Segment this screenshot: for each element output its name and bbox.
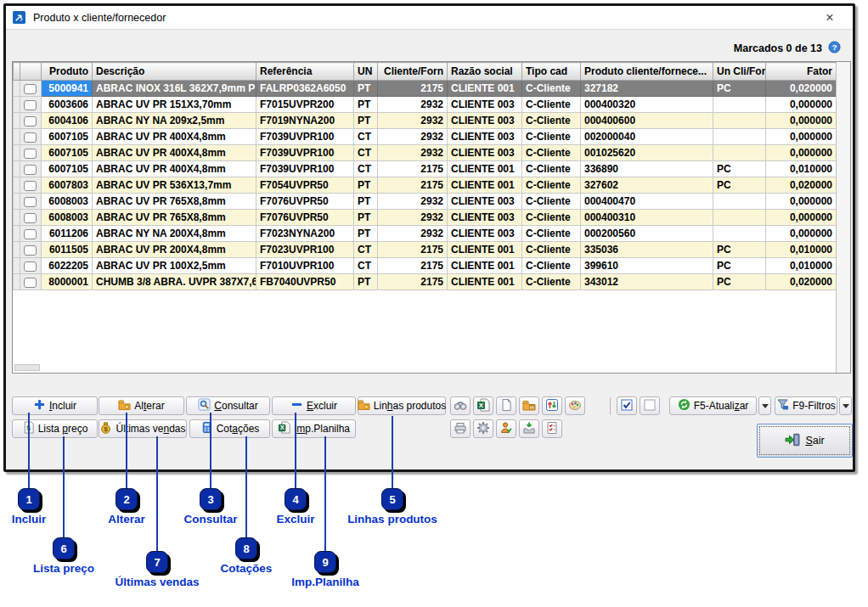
row-checkbox[interactable] <box>24 165 37 175</box>
excel-export-button[interactable]: X <box>473 396 493 415</box>
palette-button[interactable] <box>565 396 585 415</box>
column-header-produto-cliente-fornece-[interactable]: Produto cliente/fornece... <box>581 63 713 81</box>
checkbox-unchecked-icon <box>643 398 657 414</box>
row-checkbox[interactable] <box>24 213 37 223</box>
cell-tipo_cad: C-Cliente <box>522 258 581 274</box>
cell-referencia: F7019NYNA200 <box>256 113 354 129</box>
table-row[interactable]: 6007105ABRAC UV PR 400X4,8mmF7039UVPR100… <box>14 161 837 177</box>
cell-tipo_cad: C-Cliente <box>522 97 581 113</box>
cell-un: PT <box>354 177 378 194</box>
gear-button[interactable] <box>473 419 493 438</box>
callout-label-excluir: Excluir <box>276 513 314 526</box>
row-checkbox[interactable] <box>24 132 37 143</box>
incluir-button[interactable]: Incluir <box>12 396 98 415</box>
sort-updown-button[interactable] <box>542 396 562 415</box>
cell-razao_social: CLIENTE 001 <box>448 274 522 290</box>
callout-label-consultar: Consultar <box>183 513 237 526</box>
linhas-produtos-button[interactable]: Linhas produtos <box>358 396 446 415</box>
consultar-button[interactable]: Consultar <box>186 396 270 415</box>
callout-line <box>210 413 211 488</box>
column-header-blank-1[interactable] <box>20 63 42 81</box>
cell-produto_cf: 000400320 <box>581 97 713 113</box>
column-header-produto[interactable]: Produto <box>42 63 93 81</box>
vertical-scrollbar[interactable] <box>836 62 850 373</box>
cotacoes-button[interactable]: Cotações <box>189 419 270 438</box>
cell-cliente_forn: 2175 <box>378 177 448 194</box>
imp-planilha-button[interactable]: XImp.Planilha <box>272 419 356 438</box>
column-header-fator[interactable]: Fator <box>766 63 837 81</box>
table-row[interactable]: 6007803ABRAC UV PR 536X13,7mmF7054UVPR50… <box>14 177 837 194</box>
callout-badge-1: 1 <box>18 488 40 510</box>
import-icon <box>522 421 536 437</box>
cell-descricao: ABRAC UV PR 400X4,8mm <box>93 129 256 145</box>
gear-icon <box>476 421 490 437</box>
row-checkbox[interactable] <box>24 261 37 272</box>
callout-badge-4: 4 <box>285 488 307 510</box>
alterar-button[interactable]: Alterar <box>99 396 184 415</box>
cell-referencia: FALRP0362A6050 <box>256 81 354 97</box>
consultar-label: Consultar <box>214 400 257 412</box>
row-checkbox[interactable] <box>24 229 37 239</box>
exit-icon <box>785 432 800 450</box>
column-header-tipo-cad[interactable]: Tipo cad <box>522 63 581 81</box>
f9-filtros-button[interactable]: F9-Filtros <box>775 396 837 415</box>
table-row[interactable]: 8000001CHUMB 3/8 ABRA. UVPR 387X7,6FB704… <box>14 274 837 290</box>
cell-produto: 6004106 <box>42 113 93 129</box>
callout-label-imp-planilha: Imp.Planilha <box>291 576 359 588</box>
ultimas-vendas-button[interactable]: $Últimas vendas <box>99 419 187 438</box>
table-row[interactable]: 6007105ABRAC UV PR 400X4,8mmF7039UVPR100… <box>14 145 837 161</box>
excluir-button[interactable]: Excluir <box>272 396 356 415</box>
row-checkbox[interactable] <box>24 197 37 207</box>
cell-descricao: ABRAC NY NA 209x2,5mm <box>93 113 256 129</box>
cell-referencia: F7023NYNA200 <box>256 226 354 242</box>
row-checkbox[interactable] <box>24 181 37 191</box>
lista-preco-button[interactable]: $Lista preço <box>12 419 98 438</box>
checklist-button[interactable] <box>542 419 562 438</box>
sair-button[interactable]: Sair <box>757 424 853 458</box>
folder-calc-button[interactable] <box>519 396 539 415</box>
f5-dropdown-button[interactable] <box>758 396 771 415</box>
row-checkbox[interactable] <box>24 149 37 159</box>
f9-dropdown-button[interactable] <box>839 396 852 415</box>
table-row[interactable]: 6011505ABRAC UV PR 200X4,8mmF7023UVPR100… <box>14 242 837 258</box>
table-row[interactable]: 6008003ABRAC UV PR 765X8,8mmF7076UVPR50P… <box>14 210 837 226</box>
excel-export-icon: X <box>476 398 490 414</box>
cell-referencia: F7023UVPR100 <box>256 242 354 258</box>
column-header-cliente-forn[interactable]: Cliente/Forn <box>378 63 448 81</box>
cell-produto: 6008003 <box>42 210 93 226</box>
checklist-icon <box>545 421 559 437</box>
user-check-button[interactable] <box>496 419 516 438</box>
document-button[interactable] <box>496 396 516 415</box>
column-header-un[interactable]: UN <box>354 63 378 81</box>
column-header-un-cli-for[interactable]: Un Cli/For <box>713 63 766 81</box>
column-header-blank-0[interactable] <box>14 63 20 81</box>
row-checkbox[interactable] <box>24 278 37 288</box>
table-row[interactable]: 6007105ABRAC UV PR 400X4,8mmF7039UVPR100… <box>14 129 837 145</box>
cell-un_cli_for: PC <box>713 258 766 274</box>
table-row[interactable]: 5000941ABRAC INOX 316L 362X7,9mm PFALRP0… <box>14 81 837 97</box>
f5-atualizar-button[interactable]: F5-Atualizar <box>669 396 757 415</box>
row-checkbox[interactable] <box>24 84 37 94</box>
table-row[interactable]: 6004106ABRAC NY NA 209x2,5mmF7019NYNA200… <box>14 113 837 129</box>
cell-descricao: ABRAC UV PR 765X8,8mm <box>93 194 256 210</box>
product-table: ProdutoDescriçãoReferênciaUNCliente/Forn… <box>13 62 837 290</box>
table-row[interactable]: 6008003ABRAC UV PR 765X8,8mmF7076UVPR50P… <box>14 194 837 210</box>
column-header-raz-o-social[interactable]: Razão social <box>448 63 522 81</box>
close-icon[interactable]: × <box>817 6 843 30</box>
printer-button[interactable] <box>450 419 471 438</box>
binoculars-button[interactable] <box>450 396 471 415</box>
cell-produto_cf: 001025620 <box>581 145 713 161</box>
help-icon[interactable]: ? <box>828 41 843 55</box>
checkbox-unchecked-button[interactable] <box>640 396 660 415</box>
row-checkbox[interactable] <box>24 100 37 110</box>
row-checkbox[interactable] <box>24 116 37 126</box>
table-row[interactable]: 6003606ABRAC UV PR 151X3,70mmF7015UVPR20… <box>14 97 837 113</box>
row-checkbox[interactable] <box>24 245 37 256</box>
checkbox-checked-button[interactable] <box>617 396 637 415</box>
import-button[interactable] <box>519 419 539 438</box>
table-row[interactable]: 6011206ABRAC NY NA 200X4,8mmF7023NYNA200… <box>14 226 837 242</box>
column-header-descri-o[interactable]: Descrição <box>93 63 256 81</box>
column-header-refer-ncia[interactable]: Referência <box>256 63 354 81</box>
table-row[interactable]: 6022205ABRAC UV PR 100X2,5mmF7010UVPR100… <box>14 258 837 274</box>
cell-tipo_cad: C-Cliente <box>522 242 581 258</box>
